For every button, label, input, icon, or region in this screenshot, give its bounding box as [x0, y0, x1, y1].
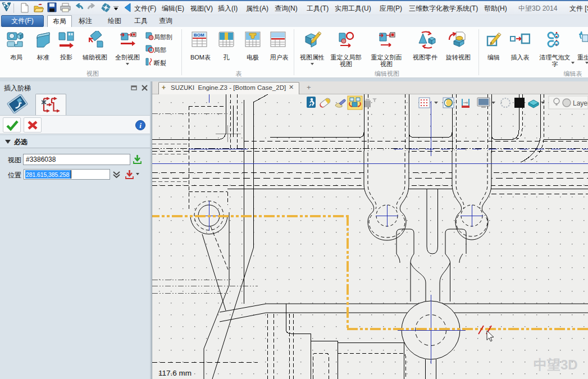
- svg-text:i: i: [139, 121, 142, 130]
- svg-text:Layer0: Layer0: [573, 99, 588, 107]
- svg-text:中望3D: 中望3D: [534, 357, 578, 372]
- svg-text:BOM: BOM: [194, 33, 204, 38]
- svg-text:117.6 mm: 117.6 mm: [158, 369, 192, 377]
